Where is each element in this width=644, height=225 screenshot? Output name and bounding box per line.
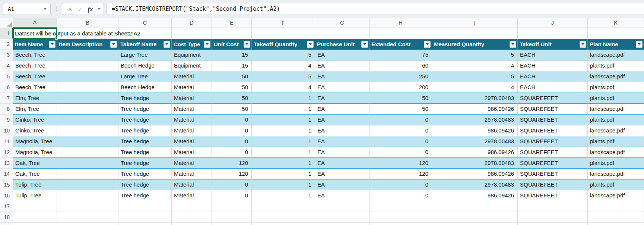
header-cell-purchase-unit[interactable]: Purchase Unit (315, 39, 369, 50)
cell-c3[interactable]: Large Tree (118, 50, 172, 60)
row-header-17[interactable]: 17 (0, 201, 13, 212)
cell-a7[interactable]: Elm, Tree (13, 93, 57, 104)
cell-k8[interactable]: landscape.pdf (588, 104, 644, 115)
cell-partial[interactable] (118, 223, 172, 225)
cell-d11[interactable]: Material (172, 136, 212, 147)
cell-d7[interactable]: Material (172, 93, 212, 104)
cell-f9[interactable]: 1 (252, 115, 315, 125)
cell-g9[interactable]: EA (315, 115, 369, 125)
cell-j13[interactable]: SQUAREFEET (518, 158, 588, 169)
cell-i14[interactable]: 986.09426 (432, 169, 518, 179)
cell-k12[interactable]: landscape.pdf (588, 147, 644, 158)
cell-h14[interactable]: 120 (369, 169, 432, 179)
cell-c17[interactable] (118, 201, 172, 212)
row-header-3[interactable]: 3 (0, 50, 13, 60)
cell-partial[interactable] (13, 223, 57, 225)
row-header-14[interactable]: 14 (0, 169, 13, 179)
cell-i13[interactable]: 2978.00483 (432, 158, 518, 169)
cell-c15[interactable]: Tree hedge (118, 179, 172, 190)
cell-e7[interactable]: 50 (212, 93, 252, 104)
cell-a5[interactable]: Beech, Tree (13, 71, 57, 82)
cell-b18[interactable] (57, 212, 118, 223)
row-header-8[interactable]: 8 (0, 104, 13, 115)
cell-b3[interactable] (57, 50, 118, 60)
cell-d16[interactable]: Material (172, 190, 212, 201)
cell-k1[interactable] (588, 28, 644, 39)
cell-g5[interactable]: EA (315, 71, 369, 82)
cell-d5[interactable]: Material (172, 71, 212, 82)
cell-j10[interactable]: SQUAREFEET (518, 125, 588, 136)
cell-a15[interactable]: Tulip, Tree (13, 179, 57, 190)
cancel-icon[interactable]: ✕ (65, 6, 75, 12)
cell-g3[interactable]: EA (315, 50, 369, 60)
cell-g18[interactable] (315, 212, 369, 223)
cell-e12[interactable]: 0 (212, 147, 252, 158)
filter-button-takeoff-unit[interactable] (580, 41, 586, 48)
cell-e10[interactable]: 0 (212, 125, 252, 136)
cell-g16[interactable]: EA (315, 190, 369, 201)
cell-h10[interactable]: 0 (369, 125, 432, 136)
fx-chevron-icon[interactable] (98, 8, 101, 10)
cell-i4[interactable]: 4 (432, 60, 518, 71)
name-box[interactable]: A1 (3, 3, 51, 15)
header-cell-measured-quantity[interactable]: Measured Quantity (432, 39, 518, 50)
cell-e16[interactable]: 0 (212, 190, 252, 201)
cell-f14[interactable]: 1 (252, 169, 315, 179)
cell-k4[interactable]: plants.pdf (588, 60, 644, 71)
cell-f6[interactable]: 4 (252, 82, 315, 93)
cell-h13[interactable]: 120 (369, 158, 432, 169)
cell-h5[interactable]: 250 (369, 71, 432, 82)
cell-g17[interactable] (315, 201, 369, 212)
row-header-16[interactable]: 16 (0, 190, 13, 201)
cell-g7[interactable]: EA (315, 93, 369, 104)
header-cell-takeoff-quantity[interactable]: Takeoff Quantity (252, 39, 315, 50)
cell-b9[interactable] (57, 115, 118, 125)
cell-g14[interactable]: EA (315, 169, 369, 179)
name-box-chevron-icon[interactable] (44, 8, 47, 10)
cell-e3[interactable]: 15 (212, 50, 252, 60)
cell-g10[interactable]: EA (315, 125, 369, 136)
cell-k14[interactable]: landscape.pdf (588, 169, 644, 179)
header-cell-item-description[interactable]: Item Description (57, 39, 118, 50)
cell-d12[interactable]: Material (172, 147, 212, 158)
cell-d17[interactable] (172, 201, 212, 212)
cell-k16[interactable]: landscape.pdf (588, 190, 644, 201)
cell-c7[interactable]: Tree hedge (118, 93, 172, 104)
cell-a16[interactable]: Tulip, Tree (13, 190, 57, 201)
cell-b13[interactable] (57, 158, 118, 169)
column-header-b[interactable]: B (57, 18, 118, 28)
cell-d18[interactable] (172, 212, 212, 223)
filter-button-takeoff-name[interactable] (164, 41, 170, 48)
cell-j7[interactable]: SQUAREFEET (518, 93, 588, 104)
cell-i3[interactable]: 5 (432, 50, 518, 60)
cell-b4[interactable] (57, 60, 118, 71)
cell-a9[interactable]: Ginko, Tree (13, 115, 57, 125)
cell-e18[interactable] (212, 212, 252, 223)
cell-d10[interactable]: Material (172, 125, 212, 136)
row-header-1[interactable]: 1 (0, 28, 13, 39)
cell-g6[interactable]: EA (315, 82, 369, 93)
cell-j1[interactable] (518, 28, 588, 39)
cell-e14[interactable]: 120 (212, 169, 252, 179)
cell-h18[interactable] (369, 212, 432, 223)
cell-a13[interactable]: Oak, Tree (13, 158, 57, 169)
cell-partial[interactable] (315, 223, 369, 225)
cell-i9[interactable]: 2978.00483 (432, 115, 518, 125)
cell-partial[interactable] (369, 223, 432, 225)
cell-k11[interactable]: plants.pdf (588, 136, 644, 147)
cell-e17[interactable] (212, 201, 252, 212)
cell-i12[interactable]: 986.09426 (432, 147, 518, 158)
cell-c5[interactable]: Large Tree (118, 71, 172, 82)
filter-button-takeoff-quantity[interactable] (307, 41, 314, 48)
cell-d13[interactable]: Material (172, 158, 212, 169)
cell-d9[interactable]: Material (172, 115, 212, 125)
cell-j4[interactable]: EACH (518, 60, 588, 71)
cell-f11[interactable]: 1 (252, 136, 315, 147)
cell-b14[interactable] (57, 169, 118, 179)
cell-f1[interactable] (252, 28, 315, 39)
cell-g8[interactable]: EA (315, 104, 369, 115)
cell-c13[interactable]: Tree hedge (118, 158, 172, 169)
cell-g12[interactable]: EA (315, 147, 369, 158)
cell-e8[interactable]: 50 (212, 104, 252, 115)
cell-e15[interactable]: 0 (212, 179, 252, 190)
